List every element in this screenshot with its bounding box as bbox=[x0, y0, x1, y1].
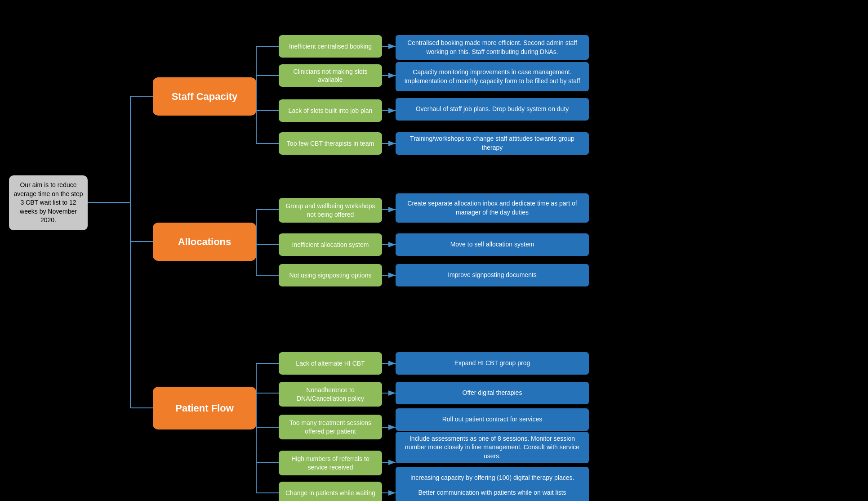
action-staff-2: Capacity monitoring improvements in case… bbox=[396, 62, 589, 91]
action-patient-4: Include assessments as one of 8 sessions… bbox=[396, 432, 589, 463]
leaf-patient-3: Too many treatment sessions offered per … bbox=[279, 415, 382, 439]
leaf-staff-4: Too few CBT therapists in team bbox=[279, 132, 382, 155]
leaf-staff-2: Clinicians not making slots available bbox=[279, 64, 382, 87]
leaf-staff-3: Lack of slots built into job plan bbox=[279, 99, 382, 122]
action-staff-1: Centralised booking made more efficient.… bbox=[396, 35, 589, 60]
category-alloc: Allocations bbox=[153, 223, 256, 261]
category-patient-label: Patient Flow bbox=[175, 403, 234, 414]
leaf-patient-1: Lack of alternate HI CBT bbox=[279, 352, 382, 375]
category-staff-label: Staff Capacity bbox=[172, 91, 238, 103]
category-alloc-label: Allocations bbox=[178, 236, 231, 248]
action-patient-2: Offer digital therapies bbox=[396, 382, 589, 404]
category-staff: Staff Capacity bbox=[153, 77, 256, 116]
action-patient-6: Better communication with patients while… bbox=[396, 482, 589, 501]
aim-box: Our aim is to reduce average time on the… bbox=[9, 175, 88, 230]
action-alloc-3: Improve signposting documents bbox=[396, 264, 589, 286]
action-staff-3: Overhaul of staff job plans. Drop buddy … bbox=[396, 98, 589, 121]
leaf-staff-1: Inefficient centralised booking bbox=[279, 35, 382, 58]
diagram: Our aim is to reduce average time on the… bbox=[0, 0, 868, 501]
aim-text: Our aim is to reduce average time on the… bbox=[13, 181, 83, 224]
leaf-alloc-3: Not using signposting options bbox=[279, 264, 382, 286]
leaf-patient-4: High numbers of referrals to service rec… bbox=[279, 451, 382, 475]
leaf-patient-2: Nonadherence to DNA/Cancellation policy bbox=[279, 382, 382, 407]
category-patient: Patient Flow bbox=[153, 387, 256, 429]
action-alloc-1: Create separate allocation inbox and ded… bbox=[396, 193, 589, 223]
leaf-alloc-2: Inefficient allocation system bbox=[279, 233, 382, 256]
leaf-alloc-1: Group and wellbeing workshops not being … bbox=[279, 198, 382, 223]
action-patient-1: Expand HI CBT group prog bbox=[396, 352, 589, 375]
action-alloc-2: Move to self allocation system bbox=[396, 233, 589, 256]
action-patient-3: Roll out patient contract for services bbox=[396, 408, 589, 431]
action-staff-4: Training/workshops to change staff attit… bbox=[396, 132, 589, 155]
leaf-patient-5: Change in patients while waiting bbox=[279, 482, 382, 501]
